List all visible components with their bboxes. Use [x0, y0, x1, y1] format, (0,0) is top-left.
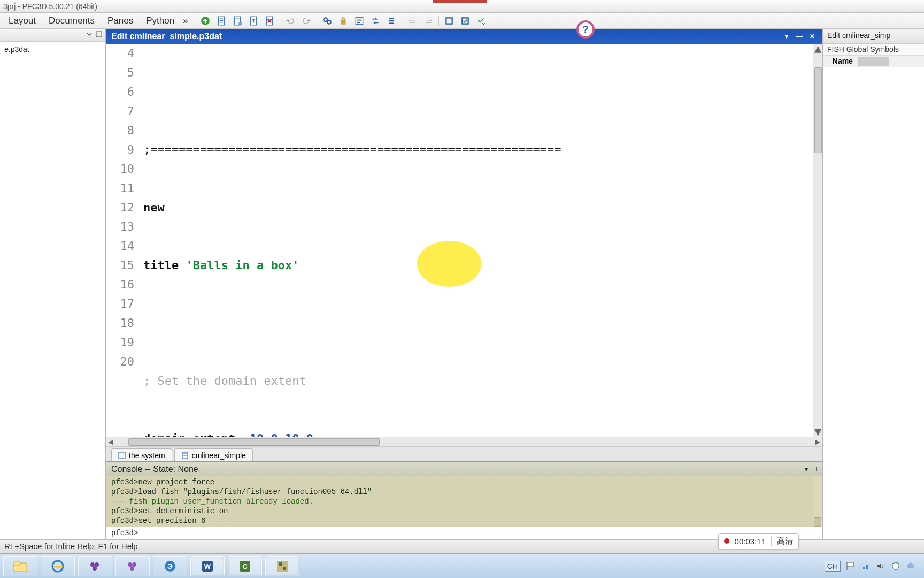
svg-rect-2: [219, 18, 223, 19]
svg-point-10: [324, 18, 327, 21]
menubar: Layout Documents Panes Python »: [0, 13, 924, 29]
editor-vscrollbar[interactable]: ▲ ▼: [813, 44, 822, 437]
svg-rect-37: [863, 567, 865, 569]
console-vscrollbar[interactable]: [813, 476, 822, 527]
switch-icon[interactable]: [368, 14, 382, 28]
taskbar: Э W C CH: [0, 553, 924, 578]
svg-point-27: [130, 566, 134, 571]
svg-rect-3: [219, 20, 223, 20]
code-area[interactable]: ;=======================================…: [140, 44, 813, 437]
find-icon[interactable]: [320, 14, 334, 28]
svg-rect-6: [235, 18, 239, 19]
console-body[interactable]: pfc3d>new project force pfc3d>load fish …: [106, 476, 822, 527]
svg-rect-35: [279, 562, 282, 566]
svg-rect-17: [119, 452, 125, 459]
title-text: 3prj - PFC3D 5.00.21 (64bit): [3, 2, 97, 11]
right-panel-subtitle: FISH Global Symbols: [823, 44, 924, 56]
doc-icon-3[interactable]: [247, 14, 260, 28]
svg-point-26: [132, 562, 136, 567]
status-text: RL+Space for Inline Help; F1 for Help: [4, 542, 138, 551]
console-dropdown-icon[interactable]: ▾: [805, 466, 808, 473]
svg-point-25: [128, 562, 132, 567]
console-input[interactable]: pfc3d>: [106, 527, 822, 539]
recorder-quality[interactable]: 高清: [777, 536, 793, 546]
taskbar-camtasia[interactable]: C: [228, 556, 262, 576]
record-dot-icon: [724, 538, 729, 544]
menu-layout[interactable]: Layout: [2, 13, 42, 28]
doc-icon-4[interactable]: [263, 14, 276, 28]
console-line: pfc3d>set precision 6: [111, 516, 817, 526]
svg-rect-20: [14, 562, 20, 565]
undo-icon[interactable]: [283, 14, 297, 28]
console-line: pfc3d>set deterministic on: [111, 506, 817, 516]
svg-text:C: C: [242, 562, 248, 571]
tray-shield-icon[interactable]: [891, 561, 900, 571]
svg-text:W: W: [204, 562, 211, 571]
redo-icon[interactable]: [299, 14, 313, 28]
right-panel-colheader: Name: [823, 56, 924, 67]
taskbar-word[interactable]: W: [190, 556, 225, 576]
panel-box-icon[interactable]: [96, 31, 102, 39]
taskbar-app-3[interactable]: Э: [153, 556, 187, 576]
menu-documents[interactable]: Documents: [42, 13, 101, 28]
doc-icon-2[interactable]: [230, 14, 244, 28]
lock-icon[interactable]: [336, 14, 350, 28]
run-icon[interactable]: [198, 14, 212, 28]
script-icon[interactable]: [352, 14, 366, 28]
console-header: Console -- State: None ▾ ☐: [106, 462, 822, 476]
menu-panes[interactable]: Panes: [101, 13, 140, 28]
tray-ime[interactable]: CH: [825, 561, 841, 572]
square-icon[interactable]: [442, 14, 456, 28]
scroll-thumb[interactable]: [814, 67, 822, 153]
system-tray: CH: [825, 561, 921, 572]
editor-titlebar: Edit cmlinear_simple.p3dat ▾ — ✕: [106, 29, 822, 44]
menu-more[interactable]: »: [181, 13, 192, 28]
recorder-overlay[interactable]: 00:03:11 高清: [718, 533, 799, 549]
tab-label: cmlinear_simple: [192, 451, 246, 460]
tab-cmlinear-simple[interactable]: cmlinear_simple: [174, 448, 253, 461]
help-icon[interactable]: ?: [576, 20, 595, 39]
tree-item-file[interactable]: e.p3dat: [2, 44, 103, 55]
taskbar-pfc3d[interactable]: [265, 556, 299, 576]
code-editor[interactable]: 4 5 6 7 8 9 10 11 12 13 14 15 16 17 18 1…: [106, 44, 822, 437]
console-line: --- fish plugin user_function already lo…: [111, 497, 817, 506]
right-panel-title: Edit cmlinear_simp: [823, 29, 924, 44]
check-dropdown-icon[interactable]: [474, 14, 488, 28]
left-panel: e.p3dat: [0, 29, 106, 539]
editor-dropdown-icon[interactable]: ▾: [782, 32, 791, 41]
taskbar-app-2[interactable]: [116, 556, 150, 576]
svg-text:Э: Э: [167, 562, 173, 571]
svg-rect-14: [446, 18, 452, 24]
tray-volume-icon[interactable]: [876, 561, 886, 571]
console-box-icon[interactable]: ☐: [811, 466, 817, 473]
editor-title-text: Edit cmlinear_simple.p3dat: [111, 32, 222, 41]
editor-minimize-icon[interactable]: —: [795, 32, 804, 41]
scroll-thumb[interactable]: [128, 438, 380, 446]
left-panel-header: [0, 29, 105, 42]
taskbar-explorer[interactable]: [3, 556, 37, 576]
editor-tabs: the system cmlinear_simple: [106, 446, 822, 461]
dropdown-icon[interactable]: [86, 31, 93, 39]
list-icon[interactable]: [384, 14, 398, 28]
titlebar: 3prj - PFC3D 5.00.21 (64bit): [0, 0, 924, 13]
taskbar-app-1[interactable]: [78, 556, 112, 576]
menu-separator: [317, 16, 317, 26]
editor-close-icon[interactable]: ✕: [807, 32, 817, 41]
doc-icon-1[interactable]: [214, 14, 228, 28]
console-header-text: Console -- State: None: [111, 465, 198, 474]
col-name[interactable]: Name: [827, 57, 858, 66]
taskbar-ie[interactable]: [41, 556, 75, 576]
indent-right-icon[interactable]: [421, 14, 435, 28]
tab-the-system[interactable]: the system: [111, 448, 172, 461]
menu-separator: [195, 16, 195, 26]
svg-rect-38: [866, 565, 868, 569]
tray-network-icon[interactable]: [861, 561, 871, 571]
svg-rect-4: [219, 22, 223, 22]
tray-flag-icon[interactable]: [846, 561, 856, 571]
check-square-icon[interactable]: [458, 14, 472, 28]
menu-python[interactable]: Python: [140, 13, 181, 28]
editor-hscrollbar[interactable]: ◀ ▶: [106, 437, 822, 446]
tray-cloud-icon[interactable]: [906, 561, 915, 571]
svg-point-24: [93, 566, 97, 571]
indent-left-icon[interactable]: [405, 14, 419, 28]
